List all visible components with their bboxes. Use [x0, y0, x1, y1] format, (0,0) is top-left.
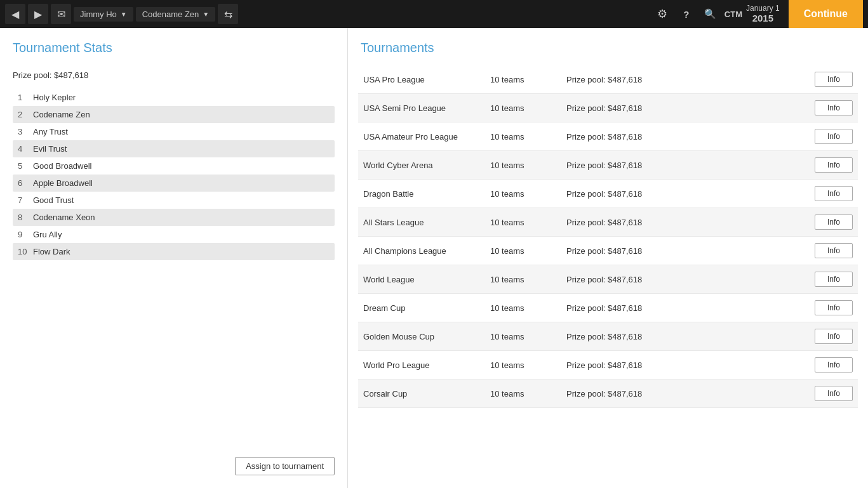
- right-panel: Tournaments USA Pro League 10 teams Priz…: [348, 28, 868, 488]
- team-name: Flow Dark: [33, 247, 70, 256]
- prize-pool-label: Prize pool: $487,618: [13, 70, 335, 80]
- tournament-prize: Prize pool: $487,618: [566, 303, 815, 313]
- tournament-row: World League 10 teams Prize pool: $487,6…: [358, 265, 858, 294]
- tournament-prize: Prize pool: $487,618: [566, 332, 815, 341]
- tournament-info-button[interactable]: Info: [815, 300, 853, 315]
- ctm-label: CTM: [724, 10, 742, 19]
- tournament-name: All Stars League: [363, 218, 490, 227]
- tournament-info-button[interactable]: Info: [815, 72, 853, 87]
- tournament-name: All Champions League: [363, 246, 490, 256]
- tournament-row: USA Pro League 10 teams Prize pool: $487…: [358, 65, 858, 94]
- tournament-name: USA Semi Pro League: [363, 103, 490, 113]
- tournament-teams: 10 teams: [490, 303, 566, 313]
- team-list-item: 2Codename Zen: [13, 106, 335, 123]
- tournament-info-button[interactable]: Info: [815, 357, 853, 373]
- tournament-teams: 10 teams: [490, 189, 566, 199]
- player-name-dropdown[interactable]: Jimmy Ho ▼: [74, 7, 133, 22]
- team-name: Codename Zen: [33, 110, 90, 119]
- tournament-list: USA Pro League 10 teams Prize pool: $487…: [348, 65, 868, 488]
- forward-button[interactable]: ▶: [28, 4, 48, 24]
- tournament-row: All Stars League 10 teams Prize pool: $4…: [358, 208, 858, 237]
- tournament-row: Corsair Cup 10 teams Prize pool: $487,61…: [358, 379, 858, 408]
- tournament-info-button[interactable]: Info: [815, 386, 853, 401]
- tournament-prize: Prize pool: $487,618: [566, 218, 815, 227]
- tournament-prize: Prize pool: $487,618: [566, 389, 815, 399]
- team-list-item: 3Any Trust: [13, 123, 335, 140]
- tournament-row: USA Amateur Pro League 10 teams Prize po…: [358, 122, 858, 151]
- tournament-teams: 10 teams: [490, 161, 566, 170]
- team-rank: 5: [18, 161, 33, 171]
- player-name-label: Jimmy Ho: [80, 10, 117, 19]
- tournament-name: Corsair Cup: [363, 389, 490, 399]
- team-rank: 6: [18, 178, 33, 188]
- tournament-info-button[interactable]: Info: [815, 100, 853, 115]
- date-display: January 1 2015: [746, 4, 780, 24]
- tournament-prize: Prize pool: $487,618: [566, 132, 815, 142]
- tournament-info-button[interactable]: Info: [815, 329, 853, 344]
- continue-button[interactable]: Continue: [789, 0, 863, 28]
- tournament-row: USA Semi Pro League 10 teams Prize pool:…: [358, 94, 858, 122]
- player-chevron-icon: ▼: [121, 11, 127, 18]
- gear-icon[interactable]: ⚙: [652, 4, 672, 24]
- date-line1: January 1: [746, 4, 780, 13]
- team-list-item: 1Holy Kepler: [13, 89, 335, 106]
- assign-tournament-button[interactable]: Assign to tournament: [235, 457, 335, 475]
- tournament-name: USA Pro League: [363, 75, 490, 84]
- tournament-teams: 10 teams: [490, 246, 566, 256]
- tournament-name: USA Amateur Pro League: [363, 132, 490, 142]
- tournament-row: Golden Mouse Cup 10 teams Prize pool: $4…: [358, 322, 858, 351]
- team-list-item: 4Evil Trust: [13, 140, 335, 157]
- team-rank: 7: [18, 195, 33, 205]
- help-icon[interactable]: ?: [676, 4, 697, 24]
- team-name-dropdown[interactable]: Codename Zen ▼: [136, 7, 216, 22]
- tournaments-title: Tournaments: [348, 28, 868, 65]
- tournament-teams: 10 teams: [490, 75, 566, 84]
- tournament-info-button[interactable]: Info: [815, 214, 853, 230]
- tournament-prize: Prize pool: $487,618: [566, 275, 815, 284]
- tournament-row: Dream Cup 10 teams Prize pool: $487,618 …: [358, 294, 858, 322]
- tournament-teams: 10 teams: [490, 275, 566, 284]
- tournament-prize: Prize pool: $487,618: [566, 360, 815, 370]
- team-rank: 10: [18, 247, 33, 256]
- tournament-info-button[interactable]: Info: [815, 157, 853, 173]
- team-list-item: 10Flow Dark: [13, 243, 335, 260]
- tournament-stats-title: Tournament Stats: [13, 41, 335, 55]
- tournament-info-button[interactable]: Info: [815, 186, 853, 201]
- team-rank: 8: [18, 213, 33, 222]
- tournament-prize: Prize pool: $487,618: [566, 161, 815, 170]
- tournament-prize: Prize pool: $487,618: [566, 75, 815, 84]
- back-button[interactable]: ◀: [5, 4, 25, 24]
- tournament-info-button[interactable]: Info: [815, 243, 853, 258]
- tournament-teams: 10 teams: [490, 132, 566, 142]
- left-panel: Tournament Stats Prize pool: $487,618 1H…: [0, 28, 348, 488]
- date-year: 2015: [746, 13, 780, 24]
- swap-icon[interactable]: ⇆: [218, 4, 238, 24]
- tournament-teams: 10 teams: [490, 389, 566, 399]
- mail-icon[interactable]: ✉: [51, 4, 71, 24]
- team-name: Evil Trust: [33, 144, 67, 154]
- team-name: Holy Kepler: [33, 93, 76, 102]
- team-rank: 2: [18, 110, 33, 119]
- tournament-teams: 10 teams: [490, 332, 566, 341]
- search-icon[interactable]: 🔍: [700, 4, 721, 24]
- tournament-row: World Pro League 10 teams Prize pool: $4…: [358, 351, 858, 379]
- tournament-row: World Cyber Arena 10 teams Prize pool: $…: [358, 151, 858, 180]
- team-list: 1Holy Kepler2Codename Zen3Any Trust4Evil…: [13, 89, 335, 451]
- team-name-label: Codename Zen: [142, 10, 199, 19]
- team-name: Good Broadwell: [33, 161, 92, 171]
- tournament-name: World Cyber Arena: [363, 161, 490, 170]
- tournament-teams: 10 teams: [490, 103, 566, 113]
- team-rank: 4: [18, 144, 33, 154]
- team-list-item: 7Good Trust: [13, 192, 335, 209]
- tournament-name: Dream Cup: [363, 303, 490, 313]
- team-chevron-icon: ▼: [203, 11, 209, 18]
- tournament-info-button[interactable]: Info: [815, 272, 853, 287]
- tournament-row: All Champions League 10 teams Prize pool…: [358, 237, 858, 265]
- team-name: Gru Ally: [33, 230, 62, 239]
- tournament-info-button[interactable]: Info: [815, 129, 853, 144]
- team-name: Apple Broadwell: [33, 178, 93, 188]
- tournament-prize: Prize pool: $487,618: [566, 246, 815, 256]
- team-list-item: 8Codename Xeon: [13, 209, 335, 226]
- tournament-name: World Pro League: [363, 360, 490, 370]
- tournament-teams: 10 teams: [490, 218, 566, 227]
